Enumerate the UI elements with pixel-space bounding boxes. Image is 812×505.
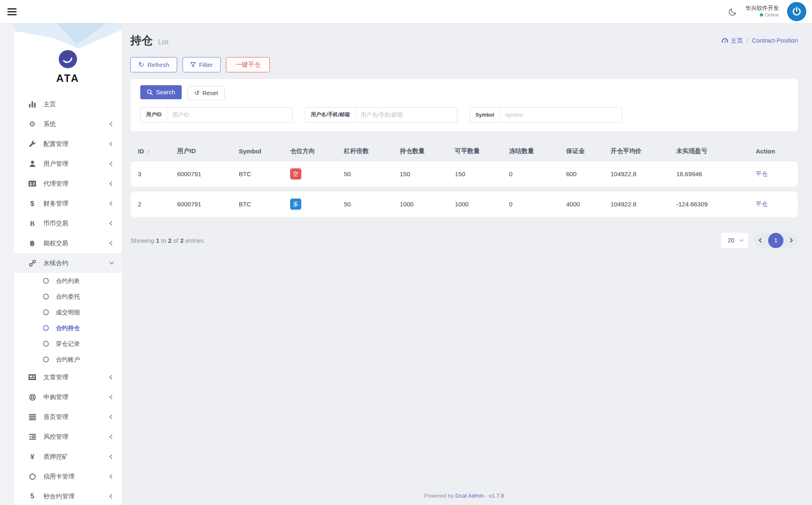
- sidebar-item-label: 秒合约管理: [43, 493, 103, 500]
- col-action: Action: [756, 148, 798, 155]
- table-header-row: ID ↑ 用户ID Symbol 仓位方向 杠杆倍数 持仓数量 可平数量 冻结数…: [130, 141, 798, 161]
- circle-icon: [43, 357, 49, 362]
- refresh-button[interactable]: ↻ Refresh: [130, 57, 177, 72]
- prev-page-button[interactable]: [754, 239, 768, 242]
- sidebar-item-credit-card[interactable]: 信用卡管理: [14, 467, 122, 486]
- chevron-left-icon: [109, 122, 114, 126]
- reset-icon: ↺: [194, 90, 199, 96]
- symbol-input[interactable]: [500, 108, 622, 122]
- cell-id: 2: [138, 201, 177, 208]
- sidebar-subitem-label: 合约列表: [56, 277, 80, 285]
- sidebar-subitem-contract-accounts[interactable]: 合约账户: [14, 352, 122, 367]
- id-card-icon: [28, 181, 36, 187]
- sidebar-subitem-contract-orders[interactable]: 合约委托: [14, 289, 122, 304]
- col-leverage: 杠杆倍数: [344, 147, 400, 155]
- footer-credit: Powered by Dcat Admin · v1.7.8: [130, 485, 798, 505]
- sort-asc-icon[interactable]: ↑: [147, 148, 150, 155]
- search-button[interactable]: Search: [140, 85, 182, 99]
- symbol-field-group: Symbol: [470, 107, 622, 123]
- cell-avg-price: 104922.8: [610, 201, 676, 208]
- top-navbar: 华兴软件开发 Online: [0, 0, 812, 23]
- sidebar-item-articles[interactable]: 文章管理: [14, 367, 122, 387]
- sidebar-item-options[interactable]: ฿期权交易: [14, 233, 122, 253]
- cell-pnl: -124.66309: [676, 201, 756, 208]
- sidebar-item-label: 期权交易: [43, 239, 103, 247]
- sidebar-item-homepage[interactable]: 首页管理: [14, 407, 122, 427]
- life-ring-icon: [28, 394, 36, 401]
- breadcrumb-current: Contract-Position: [752, 37, 798, 44]
- sidebar-item-seconds[interactable]: 5秒合约管理: [14, 486, 122, 505]
- sidebar-item-staking[interactable]: ¥质押挖矿: [14, 447, 122, 467]
- newspaper-icon: [28, 374, 36, 380]
- col-frozen: 冻结数量: [509, 147, 566, 155]
- cell-amount: 1000: [400, 201, 455, 208]
- sidebar-subitem-trade-details[interactable]: 成交明细: [14, 304, 122, 320]
- cell-symbol: BTC: [239, 170, 290, 177]
- breadcrumb-home[interactable]: 主页: [721, 37, 743, 45]
- cell-frozen: 0: [509, 201, 566, 208]
- hamburger-menu-icon[interactable]: [7, 8, 17, 15]
- sidebar-item-label: 配置管理: [43, 140, 103, 148]
- dcat-admin-link[interactable]: Dcat Admin: [455, 493, 484, 499]
- sidebar-item-label: 永续合约: [43, 259, 103, 267]
- sidebar-item-finance[interactable]: $财务管理: [14, 194, 122, 213]
- brand-logo[interactable]: ATA: [14, 23, 122, 84]
- direction-badge-short: 空: [290, 168, 301, 180]
- circle-icon: [43, 309, 49, 315]
- logo-icon: [58, 50, 77, 69]
- sidebar-subitem-liquidation-records[interactable]: 穿仓记录: [14, 336, 122, 352]
- page-title: 持仓: [130, 33, 153, 48]
- sidebar-item-risk[interactable]: 风控管理: [14, 427, 122, 447]
- cell-frozen: 0: [509, 170, 566, 177]
- cell-avg-price: 104922.8: [610, 170, 676, 177]
- gear-icon: ⚙: [28, 120, 36, 128]
- chart-bar-icon: [28, 101, 36, 108]
- sidebar-subitem-contract-list[interactable]: 合约列表: [14, 273, 122, 289]
- sidebar-subitem-label: 合约委托: [56, 293, 80, 301]
- sidebar-item-config[interactable]: 配置管理: [14, 134, 122, 154]
- sidebar-item-label: 文章管理: [43, 373, 103, 381]
- bars-icon: [28, 414, 36, 420]
- online-status-dot: [760, 13, 763, 17]
- col-symbol: Symbol: [239, 148, 290, 155]
- sidebar-item-subscribe[interactable]: 申购管理: [14, 387, 122, 407]
- chevron-left-icon: [109, 494, 114, 498]
- page-size-select[interactable]: 20: [721, 233, 748, 248]
- chevron-left-icon: [109, 221, 114, 225]
- sidebar-item-label: 财务管理: [43, 200, 103, 208]
- sidebar-item-system[interactable]: ⚙系统: [14, 114, 122, 134]
- filter-button[interactable]: Filter: [183, 57, 221, 72]
- sidebar-item-perpetual[interactable]: 永续合约: [14, 253, 122, 273]
- sidebar-item-home[interactable]: 主页: [14, 94, 122, 114]
- col-direction: 仓位方向: [290, 147, 344, 155]
- avatar[interactable]: [787, 2, 806, 21]
- sidebar-item-label: 系统: [43, 120, 103, 128]
- dark-mode-toggle[interactable]: [728, 7, 737, 16]
- user-id-field-label: 用户ID: [141, 108, 168, 122]
- col-closable: 可平数量: [455, 147, 509, 155]
- col-pnl: 未实现盈亏: [676, 147, 756, 155]
- sidebar-subitem-contract-positions[interactable]: 合约持仓: [14, 320, 122, 336]
- sidebar-subitem-label: 合约账户: [56, 356, 80, 364]
- close-all-positions-button[interactable]: 一键平仓: [226, 57, 270, 72]
- sidebar-item-spot-trade[interactable]: B币币交易: [14, 213, 122, 233]
- close-position-link[interactable]: 平仓: [756, 170, 768, 177]
- next-page-button[interactable]: [783, 239, 798, 242]
- sidebar-item-label: 申购管理: [43, 393, 103, 401]
- sidebar-item-users[interactable]: 用户管理: [14, 154, 122, 174]
- user-menu[interactable]: 华兴软件开发 Online: [745, 5, 779, 18]
- table-row: 2 6000791 BTC 多 50 1000 1000 0 4000 1049…: [130, 191, 798, 217]
- close-position-link[interactable]: 平仓: [756, 201, 768, 207]
- breadcrumb-separator: /: [747, 37, 748, 44]
- username-input[interactable]: [356, 108, 457, 122]
- sidebar-menu: 主页⚙系统配置管理用户管理代理管理$财务管理B币币交易฿期权交易永续合约合约列表…: [14, 94, 122, 505]
- user-id-field-group: 用户ID: [140, 107, 293, 123]
- reset-button[interactable]: ↺ Reset: [187, 86, 224, 100]
- chevron-left-icon: [109, 201, 114, 206]
- user-id-input[interactable]: [168, 108, 293, 122]
- search-panel: Search ↺ Reset 用户ID 用户名/手机/邮箱 Symbol: [130, 79, 798, 132]
- chevron-left-icon: [109, 414, 114, 419]
- direction-badge-long: 多: [290, 199, 301, 210]
- page-number-button[interactable]: 1: [768, 233, 783, 248]
- sidebar-item-agents[interactable]: 代理管理: [14, 174, 122, 194]
